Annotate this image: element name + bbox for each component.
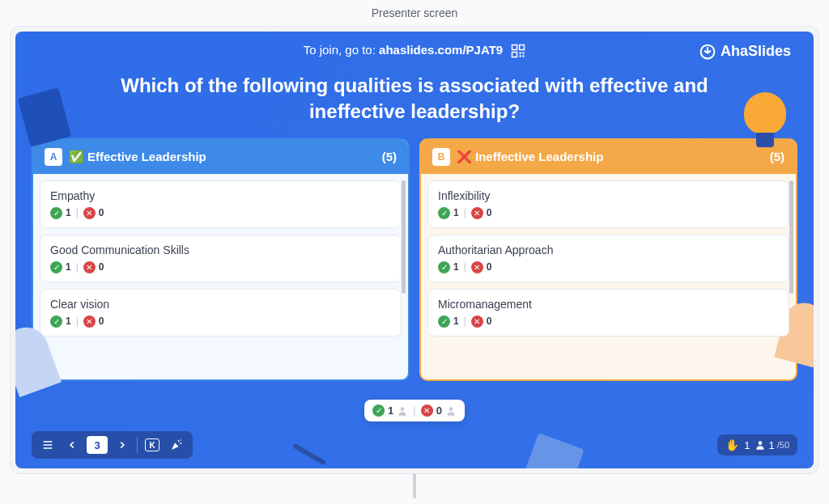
column-b-body[interactable]: Inflexibility ✓ 1 | ✕ 0 Authoritarian Ap… bbox=[421, 174, 796, 379]
answer-card[interactable]: Good Communication Skills ✓ 1 | ✕ 0 bbox=[40, 235, 402, 282]
svg-rect-4 bbox=[523, 53, 525, 54]
screen-label: Presenter screen bbox=[0, 0, 829, 26]
keyboard-icon: K bbox=[145, 438, 159, 451]
column-b-letter: B bbox=[432, 148, 450, 166]
card-list-a: Empathy ✓ 1 | ✕ 0 Good Communication Ski… bbox=[40, 180, 402, 337]
question-title: Which of the following qualities is asso… bbox=[15, 70, 814, 138]
decoration-lightbulb bbox=[741, 92, 789, 153]
card-votes: ✓ 1 | ✕ 0 bbox=[438, 316, 779, 328]
qr-code-icon[interactable] bbox=[511, 44, 525, 58]
svg-point-16 bbox=[759, 441, 763, 445]
card-title: Good Communication Skills bbox=[50, 244, 391, 256]
svg-point-8 bbox=[401, 407, 405, 411]
columns-container: A ✅ Effective Leadership (5) Empathy ✓ 1… bbox=[15, 138, 814, 381]
top-bar: To join, go to: ahaslides.com/PJAT9 AhaS… bbox=[15, 32, 814, 70]
nav-group: 3 K bbox=[32, 431, 193, 459]
card-title: Authoritarian Approach bbox=[438, 244, 779, 256]
pill-ok: ✓ 1 bbox=[372, 404, 408, 417]
svg-point-14 bbox=[180, 443, 181, 444]
svg-rect-2 bbox=[512, 53, 517, 57]
card-title: Empathy bbox=[50, 189, 391, 202]
column-a-count: (5) bbox=[382, 150, 397, 163]
participant-count: 1/50 bbox=[755, 439, 789, 451]
confetti-button[interactable] bbox=[167, 435, 186, 455]
card-votes: ✓ 1 | ✕ 0 bbox=[438, 261, 779, 273]
svg-rect-1 bbox=[520, 45, 525, 50]
x-icon: ✕ bbox=[83, 207, 96, 219]
pill-no: ✕ 0 bbox=[421, 404, 457, 417]
check-emoji-icon: ✅ bbox=[69, 150, 84, 164]
menu-button[interactable] bbox=[38, 435, 57, 455]
person-icon bbox=[755, 439, 766, 451]
presenter-frame: To join, go to: ahaslides.com/PJAT9 AhaS… bbox=[10, 26, 819, 474]
answer-card[interactable]: Inflexibility ✓ 1 | ✕ 0 bbox=[427, 180, 789, 228]
menu-icon bbox=[41, 438, 54, 451]
column-b-title: Ineffective Leadership bbox=[475, 150, 603, 163]
card-title: Inflexibility bbox=[438, 189, 779, 202]
x-icon: ✕ bbox=[83, 316, 96, 328]
answer-card[interactable]: Clear vision ✓ 1 | ✕ 0 bbox=[40, 289, 402, 337]
column-b-header: B ❌ Ineffective Leadership (5) bbox=[421, 140, 796, 174]
prev-button[interactable] bbox=[62, 435, 82, 455]
cross-emoji-icon: ❌ bbox=[457, 150, 472, 164]
screen-stand bbox=[413, 474, 416, 498]
keyboard-button[interactable]: K bbox=[142, 435, 162, 455]
svg-point-9 bbox=[449, 407, 453, 411]
column-a-body[interactable]: Empathy ✓ 1 | ✕ 0 Good Communication Ski… bbox=[33, 174, 408, 379]
card-votes: ✓ 1 | ✕ 0 bbox=[438, 207, 779, 219]
scrollbar-thumb[interactable] bbox=[789, 180, 793, 294]
vote-summary-pill: ✓ 1 | ✕ 0 bbox=[364, 400, 465, 421]
brand-logo: AhaSlides bbox=[699, 43, 791, 60]
next-button[interactable] bbox=[113, 435, 132, 455]
check-icon: ✓ bbox=[372, 404, 385, 417]
card-votes: ✓ 1 | ✕ 0 bbox=[50, 207, 391, 219]
column-b: B ❌ Ineffective Leadership (5) Inflexibi… bbox=[419, 138, 797, 381]
join-text: To join, go to: ahaslides.com/PJAT9 bbox=[304, 43, 526, 58]
x-icon: ✕ bbox=[421, 404, 433, 417]
x-icon: ✕ bbox=[471, 207, 483, 219]
column-a: A ✅ Effective Leadership (5) Empathy ✓ 1… bbox=[32, 138, 410, 381]
x-icon: ✕ bbox=[471, 261, 483, 273]
check-icon: ✓ bbox=[50, 316, 62, 328]
svg-rect-3 bbox=[520, 53, 521, 54]
svg-point-15 bbox=[181, 439, 181, 440]
check-icon: ✓ bbox=[50, 207, 62, 219]
card-votes: ✓ 1 | ✕ 0 bbox=[50, 316, 391, 328]
hand-raise-icon: ✋ bbox=[725, 438, 739, 451]
presentation-slide: To join, go to: ahaslides.com/PJAT9 AhaS… bbox=[15, 32, 814, 468]
scrollbar-thumb[interactable] bbox=[402, 180, 406, 294]
x-icon: ✕ bbox=[471, 316, 483, 328]
column-a-title: Effective Leadership bbox=[87, 150, 206, 163]
person-icon bbox=[445, 405, 457, 417]
card-title: Clear vision bbox=[50, 298, 391, 311]
card-votes: ✓ 1 | ✕ 0 bbox=[50, 261, 391, 273]
check-icon: ✓ bbox=[438, 261, 450, 273]
answer-card[interactable]: Empathy ✓ 1 | ✕ 0 bbox=[40, 180, 402, 228]
svg-point-13 bbox=[178, 440, 180, 442]
x-icon: ✕ bbox=[83, 261, 96, 273]
chevron-left-icon bbox=[66, 439, 78, 451]
svg-rect-5 bbox=[520, 55, 521, 57]
brand-icon bbox=[699, 44, 716, 60]
page-number[interactable]: 3 bbox=[87, 436, 108, 454]
check-icon: ✓ bbox=[438, 207, 450, 219]
column-a-header: A ✅ Effective Leadership (5) bbox=[33, 140, 408, 174]
answer-card[interactable]: Micromanagement ✓ 1 | ✕ 0 bbox=[427, 289, 789, 337]
chevron-right-icon bbox=[117, 439, 128, 451]
check-icon: ✓ bbox=[438, 316, 450, 328]
column-a-letter: A bbox=[45, 148, 62, 166]
card-title: Micromanagement bbox=[438, 298, 779, 311]
svg-rect-6 bbox=[523, 55, 525, 57]
svg-rect-0 bbox=[512, 45, 517, 50]
answer-card[interactable]: Authoritarian Approach ✓ 1 | ✕ 0 bbox=[427, 235, 789, 282]
card-list-b: Inflexibility ✓ 1 | ✕ 0 Authoritarian Ap… bbox=[427, 180, 789, 337]
raised-count: 1 bbox=[744, 439, 750, 451]
status-group: ✋ 1 1/50 bbox=[717, 434, 797, 455]
bottom-bar: 3 K ✋ 1 1/50 bbox=[32, 431, 797, 459]
person-icon bbox=[397, 405, 408, 417]
check-icon: ✓ bbox=[50, 261, 62, 273]
confetti-icon bbox=[170, 438, 183, 451]
